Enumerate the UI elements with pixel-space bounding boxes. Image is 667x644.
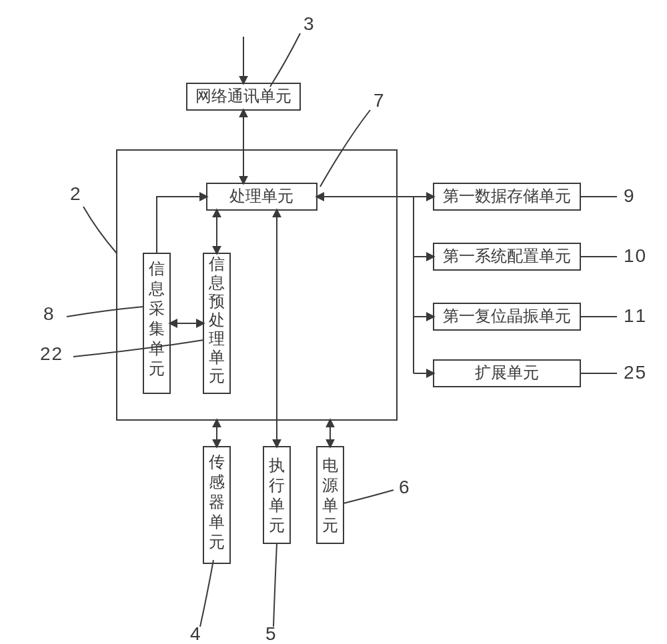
ext-label: 扩展单元 xyxy=(475,364,539,381)
processing-label: 处理单元 xyxy=(229,187,293,205)
extension-unit: 扩展单元 xyxy=(434,360,580,387)
ref-22: 22 xyxy=(40,340,203,364)
svg-text:25: 25 xyxy=(624,362,647,383)
exec-unit: 执行单元 xyxy=(263,447,290,543)
ref-7: 7 xyxy=(320,90,386,187)
svg-text:6: 6 xyxy=(399,477,411,497)
svg-text:9: 9 xyxy=(624,185,636,206)
ref-10: 10 xyxy=(580,245,647,266)
sensor-unit: 传感器单元 xyxy=(203,447,230,563)
info-preprocessing-unit: 信息预处理单元 xyxy=(203,253,230,393)
svg-text:2: 2 xyxy=(70,183,82,204)
svg-text:11: 11 xyxy=(624,305,647,326)
sensor-label: 传感器单元 xyxy=(209,453,225,551)
ref-2: 2 xyxy=(70,183,117,253)
ref-4: 4 xyxy=(190,560,213,644)
storage-label: 第一数据存储单元 xyxy=(443,187,571,205)
ref-11: 11 xyxy=(580,305,647,326)
network-comm-unit: 网络通讯单元 xyxy=(187,83,300,110)
network-label: 网络通讯单元 xyxy=(195,87,291,105)
ref-8: 8 xyxy=(43,303,143,324)
processing-unit: 处理单元 xyxy=(207,183,317,210)
svg-text:5: 5 xyxy=(265,623,277,644)
ref-6: 6 xyxy=(344,477,411,503)
acquire-to-processing-arrow xyxy=(157,197,207,253)
svg-text:7: 7 xyxy=(374,90,386,111)
svg-text:3: 3 xyxy=(303,13,315,34)
svg-text:4: 4 xyxy=(190,623,202,644)
reset-label: 第一复位晶振单元 xyxy=(443,307,571,325)
ref-25: 25 xyxy=(580,362,647,383)
svg-text:22: 22 xyxy=(40,343,63,364)
sysconf-label: 第一系统配置单元 xyxy=(443,247,571,265)
power-unit: 电源单元 xyxy=(317,447,344,543)
svg-text:10: 10 xyxy=(624,245,647,266)
info-acquisition-unit: 信息采集单元 xyxy=(143,253,170,393)
first-data-storage-unit: 第一数据存储单元 xyxy=(434,183,580,210)
svg-text:8: 8 xyxy=(43,303,55,324)
first-sys-config-unit: 第一系统配置单元 xyxy=(434,243,580,270)
ref-3: 3 xyxy=(270,13,315,87)
ref-9: 9 xyxy=(580,185,636,206)
first-reset-osc-unit: 第一复位晶振单元 xyxy=(434,303,580,330)
ref-5: 5 xyxy=(265,543,277,644)
preproc-label: 信息预处理单元 xyxy=(208,255,225,385)
